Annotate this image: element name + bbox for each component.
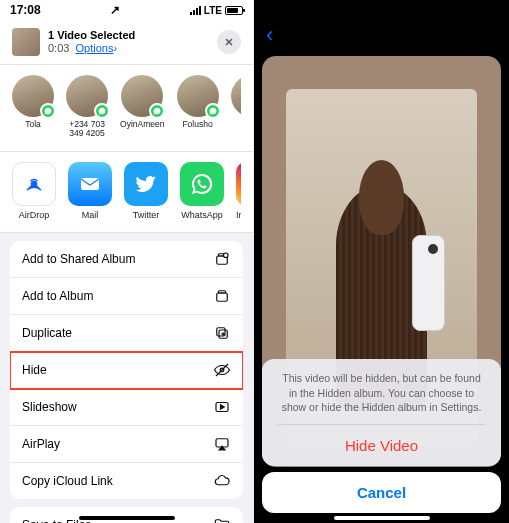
battery-icon: [481, 6, 499, 15]
contact-item-partial[interactable]: [231, 75, 242, 139]
photo-nav: ‹ Friday 21:12 Edit: [254, 22, 509, 48]
album-icon: [213, 287, 231, 305]
contact-item[interactable]: Folusho: [176, 75, 218, 139]
app-label: Ins: [236, 210, 241, 220]
whatsapp-icon: [180, 162, 224, 206]
contact-item[interactable]: OyinAmeen: [120, 75, 164, 139]
action-label: Hide: [22, 363, 47, 377]
back-button[interactable]: ‹: [266, 22, 273, 48]
apps-row[interactable]: AirDrop Mail Twitter WhatsApp Ins: [0, 152, 253, 233]
hide-icon: [213, 361, 231, 379]
action-label: Add to Shared Album: [22, 252, 135, 266]
action-save-to-files[interactable]: Save to Files: [10, 507, 243, 523]
cancel-button[interactable]: Cancel: [262, 472, 501, 513]
actions-list-secondary: Save to Files: [10, 507, 243, 523]
app-label: Mail: [68, 210, 112, 220]
duplicate-icon: [213, 324, 231, 342]
photo-time: 21:12: [273, 37, 474, 48]
action-add-album[interactable]: Add to Album: [10, 278, 243, 315]
app-label: Twitter: [124, 210, 168, 220]
phone-in-mirror: [412, 235, 444, 330]
app-whatsapp[interactable]: WhatsApp: [180, 162, 224, 220]
contact-name: Tola: [12, 120, 54, 129]
instagram-icon: [236, 162, 241, 206]
svg-rect-8: [217, 327, 225, 335]
airplay-icon: [213, 435, 231, 453]
slideshow-icon: [213, 398, 231, 416]
action-label: Duplicate: [22, 326, 72, 340]
signal-icon: [190, 6, 201, 15]
action-airplay[interactable]: AirPlay: [10, 426, 243, 463]
screen-share-sheet: 17:08 ↗ LTE 1 Video Selected 0:03 Option…: [0, 0, 254, 523]
action-duplicate[interactable]: Duplicate: [10, 315, 243, 352]
app-twitter[interactable]: Twitter: [124, 162, 168, 220]
shared-album-icon: [213, 250, 231, 268]
hide-message: This video will be hidden, but can be fo…: [278, 371, 485, 414]
svg-rect-5: [217, 293, 228, 301]
whatsapp-badge-icon: [40, 103, 56, 119]
photo-day: Friday: [273, 23, 474, 37]
whatsapp-badge-icon: [94, 103, 110, 119]
mail-icon: [68, 162, 112, 206]
edit-button[interactable]: Edit: [475, 28, 497, 43]
action-label: Copy iCloud Link: [22, 474, 113, 488]
action-slideshow[interactable]: Slideshow: [10, 389, 243, 426]
twitter-icon: [124, 162, 168, 206]
carrier-label: LTE: [204, 5, 222, 16]
whatsapp-badge-icon: [149, 103, 165, 119]
app-mail[interactable]: Mail: [68, 162, 112, 220]
selected-thumbnail[interactable]: [12, 28, 40, 56]
action-sheet: This video will be hidden, but can be fo…: [262, 359, 501, 513]
contact-avatar: [231, 75, 242, 117]
app-label: AirDrop: [12, 210, 56, 220]
carrier-label: LTE: [460, 5, 478, 16]
contact-item[interactable]: +234 703 349 4205: [66, 75, 108, 139]
action-hide[interactable]: Hide: [10, 352, 243, 389]
app-instagram[interactable]: Ins: [236, 162, 241, 220]
contact-name: +234 703 349 4205: [66, 120, 108, 139]
contacts-row[interactable]: Tola +234 703 349 4205 OyinAmeen Folusho: [0, 64, 253, 152]
app-label: WhatsApp: [180, 210, 224, 220]
home-indicator[interactable]: [334, 516, 430, 520]
status-right: LTE: [190, 5, 243, 16]
video-duration: 0:03: [48, 42, 69, 54]
battery-icon: [225, 6, 243, 15]
cloud-icon: [213, 472, 231, 490]
home-indicator[interactable]: [79, 516, 175, 520]
sheet-header: 1 Video Selected 0:03 Options›: [0, 20, 253, 64]
action-add-shared-album[interactable]: Add to Shared Album: [10, 241, 243, 278]
action-label: AirPlay: [22, 437, 60, 451]
airdrop-icon: [12, 162, 56, 206]
hide-video-button[interactable]: Hide Video: [278, 424, 485, 466]
whatsapp-badge-icon: [205, 103, 221, 119]
contact-name: OyinAmeen: [120, 120, 164, 129]
status-bar: 17:08 ↗ LTE: [0, 0, 253, 20]
signal-icon: [446, 6, 457, 15]
app-airdrop[interactable]: AirDrop: [12, 162, 56, 220]
hide-message-card: This video will be hidden, but can be fo…: [262, 359, 501, 466]
folder-icon: [213, 516, 231, 523]
contact-name: Folusho: [176, 120, 218, 129]
actions-list-main: Add to Shared Album Add to Album Duplica…: [10, 241, 243, 499]
status-right: LTE: [446, 5, 499, 16]
options-link[interactable]: Options: [76, 42, 114, 54]
status-time: 17:08: [10, 3, 41, 17]
selected-count: 1 Video Selected: [48, 29, 209, 42]
svg-rect-1: [81, 178, 99, 190]
screen-hide-video-confirm: 17:08 ↗ LTE ‹ Friday 21:12 Edit This vid…: [254, 0, 509, 523]
status-bar: 17:08 ↗ LTE: [254, 0, 509, 20]
contact-item[interactable]: Tola: [12, 75, 54, 139]
action-label: Slideshow: [22, 400, 77, 414]
close-button[interactable]: [217, 30, 241, 54]
action-label: Add to Album: [22, 289, 93, 303]
status-time: 17:08: [264, 3, 295, 17]
action-copy-icloud[interactable]: Copy iCloud Link: [10, 463, 243, 499]
close-icon: [223, 36, 235, 48]
svg-point-4: [224, 253, 229, 258]
svg-rect-6: [218, 290, 226, 292]
